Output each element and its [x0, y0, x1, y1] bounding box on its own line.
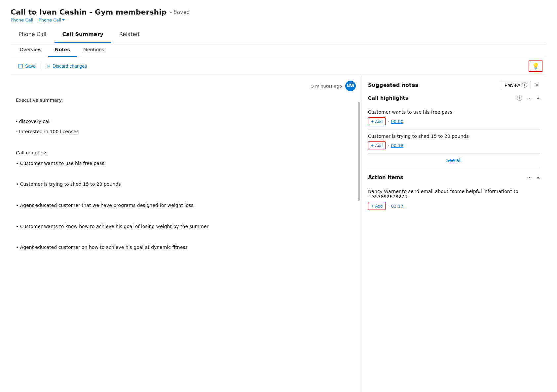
save-label: Save [25, 63, 36, 69]
call-highlights-more-button[interactable]: ··· [525, 95, 534, 101]
tab-phone-call[interactable]: Phone Call [11, 26, 55, 43]
highlight-item-2: Customer is trying to shed 15 to 20 poun… [368, 130, 540, 154]
page-title-row: Call to Ivan Cashin - Gym membership - S… [11, 8, 546, 16]
lightbulb-button[interactable]: 💡 [529, 60, 542, 72]
breadcrumb: Phone Call · Phone Call [11, 18, 546, 22]
dot-sep-2: · [388, 143, 389, 148]
notes-line-7 [16, 170, 356, 178]
highlight-text-1: Customer wants to use his free pass [368, 109, 540, 115]
suggested-header: Suggested notes Preview i × [368, 81, 540, 89]
scroll-bar[interactable] [358, 102, 360, 201]
tab-notes[interactable]: Notes [48, 43, 77, 57]
breadcrumb-separator: · [35, 18, 37, 22]
call-highlights-title: Call highlights [368, 95, 514, 101]
add-button-1[interactable]: + Add [368, 117, 386, 125]
page-header: Call to Ivan Cashin - Gym membership - S… [11, 8, 546, 22]
action-add-label: Add [375, 204, 383, 209]
add-button-2[interactable]: + Add [368, 141, 386, 149]
plus-icon-1: + [371, 119, 374, 124]
notes-line-4 [16, 138, 356, 146]
notes-line-3: - Interested in 100 licenses [16, 128, 356, 136]
tab-call-summary[interactable]: Call Summary [55, 26, 111, 43]
notes-line-12: • Customer wants to know how to achieve … [16, 223, 356, 231]
discard-button[interactable]: ✕ Discard changes [43, 61, 91, 71]
tab-mentions[interactable]: Mentions [77, 43, 111, 57]
add-row-1: + Add · 00:00 [368, 117, 540, 125]
notes-line-10: • Agent educated customer that we have p… [16, 202, 356, 210]
add-row-2: + Add · 00:18 [368, 141, 540, 149]
notes-line-14: • Agent educated customer on how to achi… [16, 244, 356, 252]
tab-related[interactable]: Related [111, 26, 147, 43]
call-highlights-info-icon[interactable]: i [517, 96, 522, 101]
suggested-title: Suggested notes [368, 82, 498, 88]
notes-line-11 [16, 212, 356, 220]
call-highlights-header: Call highlights i ··· [368, 95, 540, 101]
breadcrumb-item2-dropdown[interactable]: Phone Call [39, 18, 65, 22]
call-highlights-collapse-icon[interactable] [537, 97, 540, 99]
breadcrumb-item1[interactable]: Phone Call [11, 18, 33, 22]
action-time-link[interactable]: 02:17 [391, 204, 403, 209]
lightbulb-icon: 💡 [532, 62, 539, 70]
action-items-title: Action items [368, 175, 522, 180]
plus-icon-2: + [371, 143, 374, 148]
action-item-1: Nancy Warner to send email about "some h… [368, 185, 540, 214]
secondary-tabs: Overview Notes Mentions [11, 43, 546, 57]
see-all-link[interactable]: See all [446, 158, 462, 163]
action-items-header: Action items ··· [368, 174, 540, 181]
notes-line-8: • Customer is trying to shed 15 to 20 po… [16, 180, 356, 188]
breadcrumb-item2: Phone Call [39, 18, 61, 22]
save-button[interactable]: Save [15, 61, 40, 71]
highlight-text-2: Customer is trying to shed 15 to 20 poun… [368, 134, 540, 139]
notes-line-1 [16, 107, 356, 115]
notes-line-6: • Customer wants to use his free pass [16, 160, 356, 168]
preview-label: Preview [504, 83, 520, 88]
preview-button[interactable]: Preview i [501, 81, 531, 89]
notes-line-0: Executive summary: [16, 97, 356, 104]
avatar-initials: NW [347, 84, 354, 88]
time-link-1[interactable]: 00:00 [391, 119, 403, 124]
main-content: 5 minutes ago NW Executive summary: - di… [11, 75, 546, 392]
notes-timestamp: 5 minutes ago [311, 84, 342, 89]
preview-info-icon: i [522, 82, 527, 88]
discard-icon: ✕ [47, 63, 51, 69]
highlight-item-1: Customer wants to use his free pass + Ad… [368, 105, 540, 130]
notes-panel: 5 minutes ago NW Executive summary: - di… [11, 75, 361, 392]
action-items-collapse-icon[interactable] [537, 176, 540, 178]
save-icon [19, 64, 23, 68]
action-dot-sep: · [388, 204, 389, 209]
notes-meta: 5 minutes ago NW [16, 81, 356, 91]
action-add-button[interactable]: + Add [368, 202, 386, 210]
notes-line-5: Call minutes: [16, 149, 356, 157]
page-container: Call to Ivan Cashin - Gym membership - S… [0, 0, 557, 392]
notes-line-9 [16, 191, 356, 199]
chevron-down-icon [62, 19, 65, 21]
call-highlights-section: Call highlights i ··· Customer wants to … [368, 95, 540, 167]
action-add-row: + Add · 02:17 [368, 202, 540, 210]
add-label-1: Add [375, 119, 383, 124]
see-all-container: See all [368, 154, 540, 167]
suggested-panel: Suggested notes Preview i × Call highlig… [361, 75, 546, 392]
action-plus-icon: + [371, 203, 374, 209]
action-item-text-1: Nancy Warner to send email about "some h… [368, 189, 540, 199]
dot-sep-1: · [388, 119, 389, 124]
toolbar-separator [41, 63, 41, 69]
avatar: NW [345, 81, 356, 91]
time-link-2[interactable]: 00:18 [391, 143, 403, 148]
primary-tabs: Phone Call Call Summary Related [11, 26, 546, 43]
add-label-2: Add [375, 143, 383, 148]
close-icon: × [536, 82, 538, 88]
notes-content[interactable]: Executive summary: - discovery call - In… [16, 97, 356, 252]
tab-overview[interactable]: Overview [13, 43, 48, 57]
notes-line-2: - discovery call [16, 118, 356, 126]
action-items-more-button[interactable]: ··· [525, 174, 534, 181]
page-title-text: Call to Ivan Cashin - Gym membership [11, 8, 167, 16]
saved-status: - Saved [170, 9, 190, 15]
toolbar: Save ✕ Discard changes 💡 [11, 57, 546, 75]
suggested-close-button[interactable]: × [534, 81, 540, 89]
notes-line-13 [16, 233, 356, 241]
discard-label: Discard changes [53, 63, 87, 69]
action-items-section: Action items ··· Nancy Warner to send em… [368, 174, 540, 214]
